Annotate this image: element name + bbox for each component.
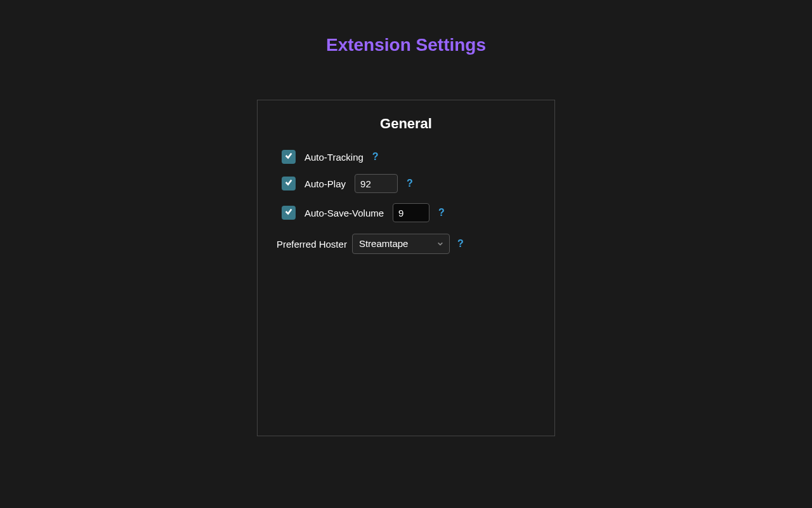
auto-play-row: Auto-Play ? [277, 174, 535, 193]
checkmark-icon [284, 178, 293, 189]
auto-save-volume-label: Auto-Save-Volume [304, 208, 384, 218]
auto-tracking-checkbox[interactable] [282, 150, 296, 164]
auto-play-checkbox[interactable] [282, 177, 296, 190]
general-panel: General Auto-Tracking ? Auto-Play ? Auto… [257, 100, 555, 436]
auto-play-label: Auto-Play [304, 178, 346, 189]
page-title: Extension Settings [0, 35, 812, 55]
preferred-hoster-select-wrap: Streamtape [352, 234, 450, 254]
panel-title: General [277, 116, 535, 132]
checkmark-icon [284, 151, 293, 163]
preferred-hoster-label: Preferred Hoster [277, 239, 347, 250]
auto-tracking-row: Auto-Tracking ? [277, 150, 535, 164]
preferred-hoster-row: Preferred Hoster Streamtape ? [277, 234, 535, 254]
checkmark-icon [284, 207, 293, 218]
preferred-hoster-select[interactable]: Streamtape [352, 234, 450, 254]
auto-tracking-label: Auto-Tracking [304, 152, 363, 163]
auto-play-input[interactable] [355, 174, 398, 193]
auto-save-volume-row: Auto-Save-Volume ? [277, 203, 535, 222]
auto-tracking-help-icon[interactable]: ? [372, 151, 379, 163]
auto-play-help-icon[interactable]: ? [407, 178, 413, 189]
preferred-hoster-help-icon[interactable]: ? [457, 238, 464, 250]
auto-save-volume-checkbox[interactable] [282, 206, 296, 220]
auto-save-volume-input[interactable] [393, 203, 429, 222]
auto-save-volume-help-icon[interactable]: ? [438, 207, 445, 218]
